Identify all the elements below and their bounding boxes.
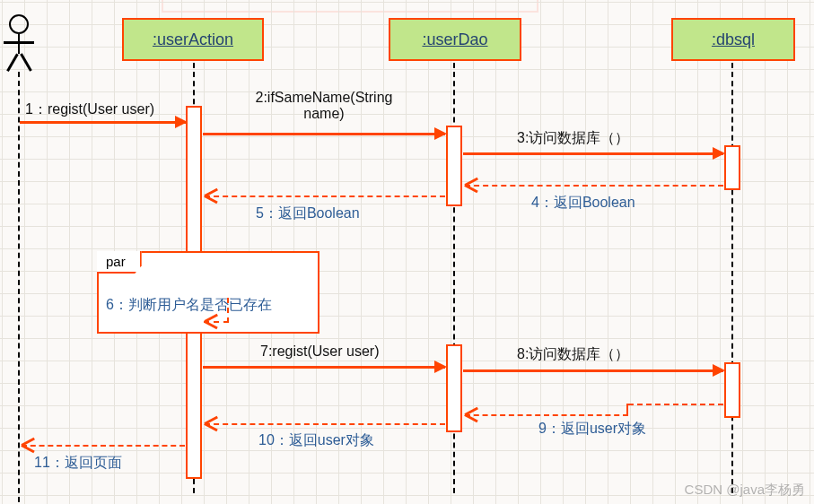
activation-userdao-1 [446, 126, 462, 206]
participant-dbsql: :dbsql [671, 18, 795, 61]
message-6-label: 6：判断用户名是否已存在 [106, 296, 272, 315]
self-arrow-vert [227, 298, 229, 323]
fragment-operator-label: par [97, 251, 142, 274]
message-9-label: 9：返回user对象 [538, 420, 646, 439]
activation-userdao-2 [446, 344, 462, 432]
message-4-arrow [465, 185, 723, 187]
arrowhead-icon [434, 127, 447, 140]
actor-stick-figure-icon [4, 14, 34, 70]
participant-label: :userDao [422, 30, 487, 49]
activation-dbsql-2 [724, 362, 740, 418]
message-9-jog [626, 404, 628, 414]
self-arrow-top [204, 298, 229, 300]
message-9-arrow-a [628, 404, 723, 405]
message-11-label: 11：返回页面 [34, 454, 122, 473]
participant-label: :userAction [153, 30, 233, 49]
message-1-arrow [20, 121, 186, 124]
lifeline-dbsql [731, 63, 733, 493]
message-3-label: 3:访问数据库（） [517, 129, 629, 148]
message-8-label: 8:访问数据库（） [517, 345, 629, 364]
watermark-text: CSDN @java李杨勇 [685, 482, 805, 499]
message-5-arrow [205, 196, 445, 197]
message-9-arrow-b [465, 414, 628, 416]
message-7-label: 7:regist(User user) [260, 343, 379, 360]
participant-label: :dbsql [712, 30, 755, 49]
message-11-arrow [22, 445, 185, 447]
message-2-arrow [203, 133, 445, 135]
arrowhead-icon [713, 147, 725, 160]
message-10-arrow [205, 423, 445, 425]
arrowhead-icon [175, 116, 188, 128]
message-3-arrow [463, 152, 723, 155]
activation-dbsql-1 [724, 145, 740, 190]
lifeline-actor [18, 72, 20, 502]
message-8-arrow [463, 369, 723, 372]
participant-useraction: :userAction [122, 18, 264, 61]
message-4-label: 4：返回Boolean [531, 194, 635, 213]
participant-userdao: :userDao [389, 18, 521, 61]
message-7-arrow [203, 366, 445, 369]
arrowhead-icon [713, 364, 725, 377]
message-1-label: 1：regist(User user) [25, 100, 154, 119]
message-5-label: 5：返回Boolean [256, 204, 360, 223]
arrowhead-icon [434, 361, 447, 373]
message-10-label: 10：返回user对象 [258, 431, 374, 450]
message-2-label: 2:ifSameName(String name) [239, 90, 409, 122]
